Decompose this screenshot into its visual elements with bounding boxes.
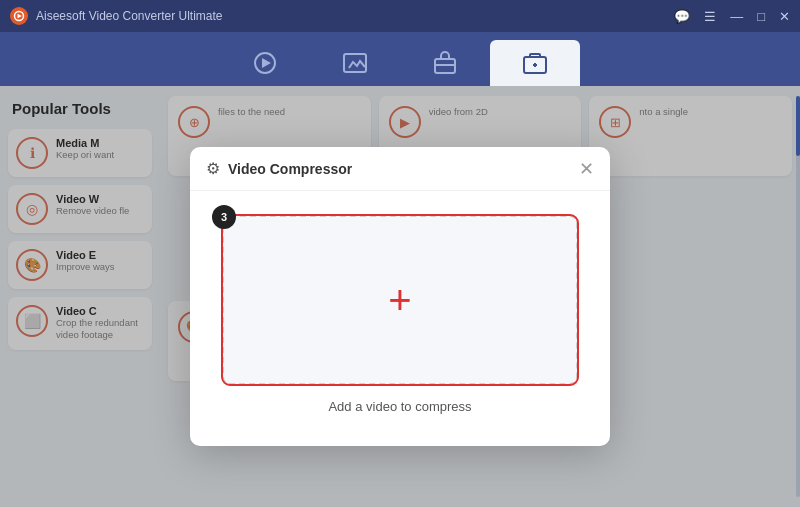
close-button[interactable]: ✕ [779, 9, 790, 24]
tab-enhance[interactable] [310, 40, 400, 86]
drop-zone-wrapper: 3 + [222, 215, 578, 385]
main-content: Popular Tools ℹ Media M Keep ori want ◎ … [0, 86, 800, 507]
svg-marker-3 [262, 58, 271, 68]
modal-close-button[interactable]: ✕ [579, 160, 594, 178]
app-title: Aiseesoft Video Converter Ultimate [36, 9, 666, 23]
navbar [0, 32, 800, 86]
titlebar: Aiseesoft Video Converter Ultimate 💬 ☰ —… [0, 0, 800, 32]
modal-header: ⚙ Video Compressor ✕ [190, 147, 610, 191]
modal-overlay: ⚙ Video Compressor ✕ 3 + Add a video to … [0, 86, 800, 507]
tab-tools[interactable] [490, 40, 580, 86]
modal-body: 3 + Add a video to compress [190, 191, 610, 446]
window-controls: 💬 ☰ — □ ✕ [674, 9, 790, 24]
message-icon[interactable]: 💬 [674, 9, 690, 24]
tab-convert[interactable] [220, 40, 310, 86]
modal-title: Video Compressor [228, 161, 571, 177]
svg-marker-1 [18, 14, 23, 19]
drop-zone-plus-icon: + [388, 280, 411, 320]
drop-zone[interactable]: + [222, 215, 578, 385]
menu-icon[interactable]: ☰ [704, 9, 716, 24]
maximize-button[interactable]: □ [757, 9, 765, 24]
video-compressor-modal: ⚙ Video Compressor ✕ 3 + Add a video to … [190, 147, 610, 446]
drop-zone-badge: 3 [212, 205, 236, 229]
compressor-header-icon: ⚙ [206, 159, 220, 178]
tab-toolbox[interactable] [400, 40, 490, 86]
app-logo [10, 7, 28, 25]
drop-zone-label: Add a video to compress [328, 399, 471, 414]
minimize-button[interactable]: — [730, 9, 743, 24]
